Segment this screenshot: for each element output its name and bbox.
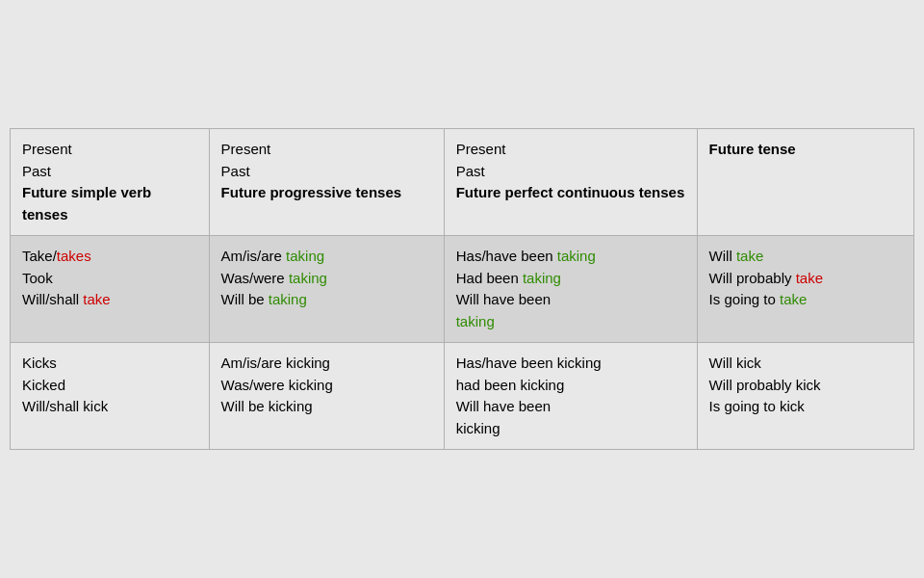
header-cell-0: PresentPastFuture simple verb tenses <box>11 129 210 236</box>
data-cell-r1-c0: KicksKickedWill/shall kick <box>11 343 210 450</box>
header-cell-1: PresentPastFuture progressive tenses <box>209 129 444 236</box>
data-cell-r1-c2: Has/have been kickinghad been kickingWil… <box>444 343 697 450</box>
header-cell-3: Future tense <box>697 129 913 236</box>
data-cell-r1-c3: Will kickWill probably kickIs going to k… <box>697 343 913 450</box>
grammar-table: PresentPastFuture simple verb tensesPres… <box>10 128 914 450</box>
header-cell-2: PresentPastFuture perfect continuous ten… <box>444 129 697 236</box>
data-cell-r0-c3: Will takeWill probably takeIs going to t… <box>697 236 913 343</box>
data-cell-r1-c1: Am/is/are kickingWas/were kickingWill be… <box>209 343 444 450</box>
data-cell-r0-c0: Take/takesTookWill/shall take <box>11 236 210 343</box>
data-cell-r0-c2: Has/have been takingHad been takingWill … <box>444 236 697 343</box>
data-cell-r0-c1: Am/is/are takingWas/were takingWill be t… <box>209 236 444 343</box>
